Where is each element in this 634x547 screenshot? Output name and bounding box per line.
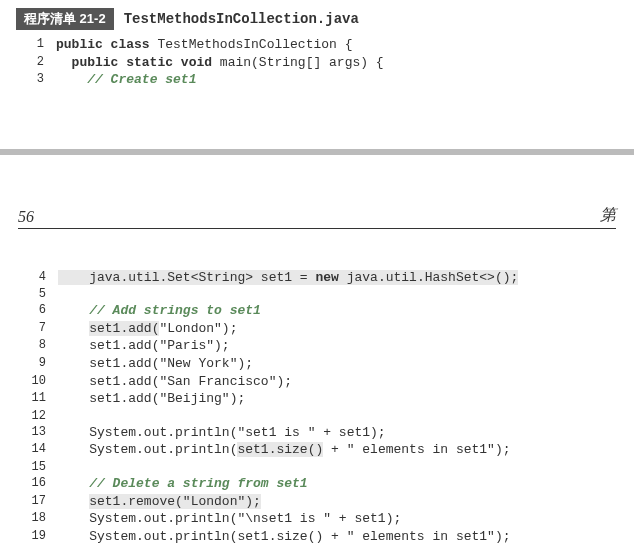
code-block-bottom: 4 java.util.Set<String> set1 = new java.… — [18, 269, 616, 547]
listing-header: 程序清单 21-2 TestMethodsInCollection.java — [16, 8, 618, 30]
bottom-section: 4 java.util.Set<String> set1 = new java.… — [0, 229, 634, 547]
code-text: // Delete a string from set1 — [58, 475, 308, 493]
code-line: 19 System.out.println(set1.size() + " el… — [18, 528, 616, 546]
line-number: 11 — [18, 390, 58, 408]
page-number: 56 — [18, 208, 34, 226]
code-line: 6 // Add strings to set1 — [18, 302, 616, 320]
line-number: 9 — [18, 355, 58, 373]
code-text: set1.add("Beijing"); — [58, 390, 245, 408]
line-number: 12 — [18, 408, 58, 424]
listing-filename: TestMethodsInCollection.java — [124, 11, 359, 27]
code-line: 8 set1.add("Paris"); — [18, 337, 616, 355]
line-number: 10 — [18, 373, 58, 391]
code-block-top: 1public class TestMethodsInCollection {2… — [16, 36, 618, 89]
line-number: 7 — [18, 320, 58, 338]
line-number: 17 — [18, 493, 58, 511]
code-line: 12 — [18, 408, 616, 424]
code-line: 17 set1.remove("London"); — [18, 493, 616, 511]
line-number: 15 — [18, 459, 58, 475]
line-number: 2 — [16, 54, 56, 72]
page-header: 56 第 — [18, 205, 616, 229]
line-number: 8 — [18, 337, 58, 355]
code-text: public static void main(String[] args) { — [56, 54, 384, 72]
code-line: 15 — [18, 459, 616, 475]
line-number: 6 — [18, 302, 58, 320]
code-text: set1.add("New York"); — [58, 355, 253, 373]
line-number: 13 — [18, 424, 58, 442]
page-divider — [0, 149, 634, 155]
code-line: 11 set1.add("Beijing"); — [18, 390, 616, 408]
code-line: 10 set1.add("San Francisco"); — [18, 373, 616, 391]
listing-badge: 程序清单 21-2 — [16, 8, 114, 30]
code-text: public class TestMethodsInCollection { — [56, 36, 352, 54]
code-text: System.out.println(set1.size() + " eleme… — [58, 441, 511, 459]
code-text: System.out.println("\nset1 is " + set1); — [58, 510, 401, 528]
line-number: 16 — [18, 475, 58, 493]
code-line: 18 System.out.println("\nset1 is " + set… — [18, 510, 616, 528]
code-text: set1.add("Paris"); — [58, 337, 230, 355]
line-number: 1 — [16, 36, 56, 54]
code-text: set1.add("San Francisco"); — [58, 373, 292, 391]
code-line: 3 // Create set1 — [16, 71, 618, 89]
code-line: 1public class TestMethodsInCollection { — [16, 36, 618, 54]
code-text: System.out.println(set1.size() + " eleme… — [58, 528, 511, 546]
code-line: 4 java.util.Set<String> set1 = new java.… — [18, 269, 616, 287]
code-text: java.util.Set<String> set1 = new java.ut… — [58, 269, 518, 287]
line-number: 3 — [16, 71, 56, 89]
line-number: 5 — [18, 286, 58, 302]
line-number: 18 — [18, 510, 58, 528]
code-line: 5 — [18, 286, 616, 302]
line-number: 19 — [18, 528, 58, 546]
code-line: 7 set1.add("London"); — [18, 320, 616, 338]
code-text: set1.add("London"); — [58, 320, 237, 338]
code-line: 14 System.out.println(set1.size() + " el… — [18, 441, 616, 459]
top-section: 程序清单 21-2 TestMethodsInCollection.java 1… — [0, 0, 634, 109]
code-text: // Create set1 — [56, 71, 196, 89]
code-text: set1.remove("London"); — [58, 493, 261, 511]
line-number: 4 — [18, 269, 58, 287]
code-line: 9 set1.add("New York"); — [18, 355, 616, 373]
line-number: 14 — [18, 441, 58, 459]
code-text: // Add strings to set1 — [58, 302, 261, 320]
code-line: 13 System.out.println("set1 is " + set1)… — [18, 424, 616, 442]
page-right-label: 第 — [600, 205, 616, 226]
code-text: System.out.println("set1 is " + set1); — [58, 424, 386, 442]
code-line: 2 public static void main(String[] args)… — [16, 54, 618, 72]
code-line: 16 // Delete a string from set1 — [18, 475, 616, 493]
